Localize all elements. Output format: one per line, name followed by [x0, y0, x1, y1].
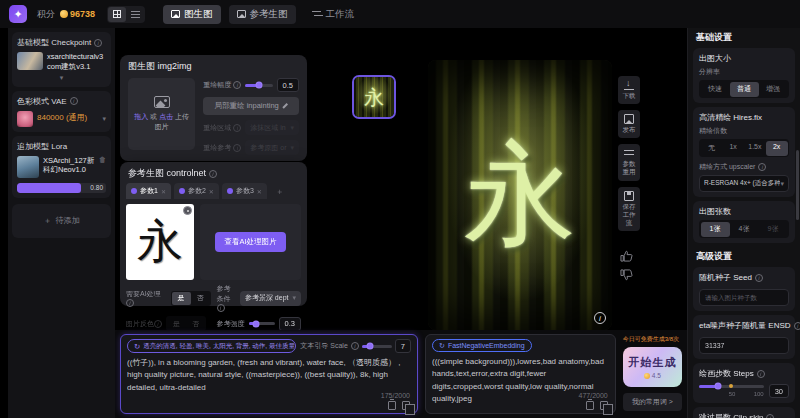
thumbs-down-icon[interactable]: [620, 269, 633, 281]
negative-prompt-box[interactable]: ↻ FastNegativeEmbedding (((simple backgr…: [425, 334, 616, 414]
steps-mark-50: 50: [729, 391, 736, 397]
info-icon[interactable]: i: [70, 97, 78, 105]
lora-delete-icon[interactable]: 🗑: [99, 156, 106, 163]
positive-prompt-text[interactable]: ((竹子)), in a blooming garden, (fresh and…: [127, 357, 411, 401]
image-upload-dropzone[interactable]: 拖入 或 点击 上传图片: [128, 78, 195, 150]
close-icon[interactable]: ✕: [209, 188, 214, 195]
upload-drag-label[interactable]: 拖入: [134, 113, 148, 120]
app-logo-icon[interactable]: ✦: [9, 5, 27, 23]
positive-prompt-box[interactable]: ↻ 透亮的清透, 轻盈, 唯美, 太阳光, 背景, 动作, 最佳质量 文本引导 …: [120, 334, 418, 414]
reference-gen-icon: [237, 10, 246, 18]
tab-workflow[interactable]: 工作流: [304, 5, 363, 24]
generated-glyph: 永: [464, 120, 576, 271]
common-words-button[interactable]: 我的常用词 >: [623, 393, 682, 411]
upscaler-dropdown[interactable]: R-ESRGAN 4x+ (适合多种风 ▾: [699, 175, 789, 192]
ensd-input[interactable]: [699, 337, 789, 354]
controlnet-tab-3[interactable]: 参数3 ✕: [222, 183, 267, 199]
result-thumbnail[interactable]: 永: [352, 75, 396, 119]
generated-image-card[interactable]: 永 i: [428, 60, 612, 330]
close-icon[interactable]: ✕: [161, 188, 166, 195]
ai-process-no[interactable]: 否: [191, 292, 210, 305]
hires-1x[interactable]: 1x: [722, 141, 744, 156]
vae-select[interactable]: 840000 (通用) ▾: [17, 111, 106, 127]
strength-slider[interactable]: [249, 322, 275, 325]
view-ai-processed-button[interactable]: 查看AI处理图片: [215, 232, 285, 252]
checkpoint-expand-chevron-icon[interactable]: ▾: [17, 74, 106, 82]
invert-no[interactable]: 否: [186, 317, 205, 330]
save-workflow-button[interactable]: 保存工作流: [618, 187, 640, 231]
clear-negative-icon[interactable]: [586, 401, 594, 410]
hires-none[interactable]: 无: [701, 141, 723, 156]
tab-img2img[interactable]: 图生图: [163, 5, 221, 24]
refresh-icon[interactable]: ↻: [439, 342, 445, 350]
seed-title: 随机种子 Seed: [699, 272, 752, 283]
redraw-area-dropdown[interactable]: 涂抹区域 in ▾: [245, 120, 299, 135]
tab-reference-gen[interactable]: 参考生图: [229, 5, 296, 24]
refresh-icon[interactable]: ↻: [134, 342, 140, 351]
cfg-scale-slider[interactable]: [362, 345, 392, 348]
info-icon[interactable]: i: [758, 163, 766, 171]
hires-1-5x[interactable]: 1.5x: [744, 141, 766, 156]
steps-value[interactable]: 30: [769, 384, 789, 398]
count-9[interactable]: 9张: [759, 222, 788, 237]
controlnet-tab-1[interactable]: 参数1 ✕: [126, 183, 171, 199]
resolution-enhanced[interactable]: 增强: [759, 82, 788, 97]
image-count-segment: 1张 4张 9张: [699, 220, 789, 238]
grid-view-button[interactable]: [108, 7, 126, 22]
info-icon[interactable]: i: [755, 274, 763, 282]
resolution-fast[interactable]: 快速: [701, 82, 730, 97]
image-info-icon[interactable]: i: [594, 312, 606, 324]
generate-button[interactable]: 开始生成 4.5: [623, 347, 682, 387]
hires-2x[interactable]: 2x: [766, 141, 788, 156]
count-1[interactable]: 1张: [701, 222, 730, 237]
controlnet-tab-2[interactable]: 参数2 ✕: [174, 183, 219, 199]
publish-button[interactable]: 发布: [618, 110, 640, 138]
cfg-scale-value[interactable]: 7: [395, 339, 411, 353]
info-icon[interactable]: i: [94, 39, 102, 47]
gear-icon[interactable]: [183, 206, 192, 215]
expand-prompt-icon[interactable]: [402, 401, 410, 410]
seed-input[interactable]: [699, 289, 789, 306]
checkpoint-row[interactable]: xsarchitecturalv3com建筑v3.1: [17, 52, 106, 72]
ai-process-toggle[interactable]: 是 否: [171, 291, 211, 306]
info-icon[interactable]: i: [757, 370, 765, 378]
info-icon[interactable]: i: [217, 304, 225, 312]
info-icon[interactable]: i: [766, 414, 774, 418]
thumbs-up-icon[interactable]: [620, 250, 633, 262]
clear-prompt-icon[interactable]: [388, 401, 396, 410]
list-view-button[interactable]: [126, 7, 144, 22]
invert-yes[interactable]: 是: [167, 317, 186, 330]
close-icon[interactable]: ✕: [257, 188, 262, 195]
plus-icon: ＋: [44, 215, 52, 226]
lora-item[interactable]: XSArchi_127新科幻Neov1.0 🗑: [17, 156, 106, 178]
sidebar-scrollbar[interactable]: [796, 150, 799, 220]
condition-dropdown[interactable]: 参考景深 dept ▾: [240, 291, 301, 306]
info-icon[interactable]: i: [794, 322, 800, 330]
negative-embedding-pill[interactable]: ↻ FastNegativeEmbedding: [432, 339, 532, 352]
info-icon[interactable]: i: [351, 342, 359, 350]
download-button[interactable]: 下载: [618, 76, 640, 104]
denoise-value[interactable]: 0.5: [277, 78, 299, 92]
invert-toggle[interactable]: 是 否: [166, 316, 206, 331]
info-icon[interactable]: i: [233, 81, 241, 89]
denoise-slider[interactable]: [245, 84, 272, 87]
upload-click-label[interactable]: 点击: [159, 113, 173, 120]
redraw-ref-dropdown[interactable]: 参考原图 or ▾: [245, 140, 299, 155]
resolution-normal[interactable]: 普通: [730, 82, 759, 97]
ai-process-yes[interactable]: 是: [172, 292, 191, 305]
lora-weight-slider[interactable]: 0.80: [17, 183, 106, 193]
prompt-tags-pill[interactable]: ↻ 透亮的清透, 轻盈, 唯美, 太阳光, 背景, 动作, 最佳质量: [127, 339, 296, 353]
steps-slider[interactable]: [699, 385, 764, 388]
add-lora-button[interactable]: ＋ 待添加: [12, 204, 111, 238]
result-thumbnail-image: 永: [354, 77, 394, 117]
info-icon[interactable]: i: [209, 170, 217, 178]
reuse-params-button[interactable]: 参数重用: [618, 144, 640, 180]
strength-value[interactable]: 0.3: [279, 317, 301, 331]
info-icon[interactable]: i: [126, 299, 134, 307]
count-4[interactable]: 4张: [730, 222, 759, 237]
settings-sidebar: 参数设置 历史作图 基础设置 出图大小 分辨率 快速 普通 增强 高清精绘 Hi…: [687, 0, 800, 418]
inpainting-button[interactable]: 局部重绘 inpainting: [203, 97, 299, 115]
add-controlnet-tab-button[interactable]: ＋: [270, 186, 290, 197]
expand-negative-icon[interactable]: [600, 401, 608, 410]
controlnet-reference-image[interactable]: 永: [126, 204, 194, 280]
